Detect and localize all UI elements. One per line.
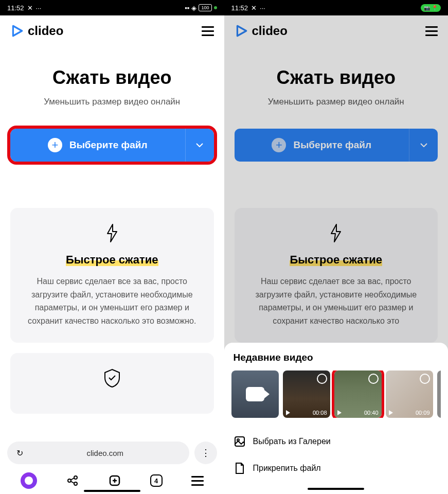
file-picker-sheet: Недавние видео 00:08 00:40 00:09 (224, 343, 449, 494)
camera-thumbnail[interactable] (231, 370, 279, 418)
feature-title: Быстрое сжатие (249, 253, 424, 267)
feature-card: Быстрое сжатие Наш сервис сделает все за… (10, 208, 214, 343)
logo[interactable]: clideo (235, 24, 288, 38)
attach-label: Прикрепить файл (253, 464, 321, 473)
menu-icon[interactable] (425, 26, 438, 36)
plus-icon: + (48, 138, 62, 152)
svg-line-4 (70, 481, 74, 483)
video-thumbnail[interactable]: 00:09 (386, 370, 433, 418)
camera-icon (246, 387, 264, 401)
upload-main[interactable]: + Выберите файл (235, 138, 409, 152)
logo-icon (10, 24, 24, 38)
video-thumbnail[interactable]: 00:40 (334, 370, 382, 418)
select-circle-icon (368, 374, 379, 384)
video-thumbnail[interactable]: 00:08 (283, 370, 330, 418)
main-content: Сжать видео Уменьшить размер видео онлай… (0, 46, 224, 494)
svg-point-2 (74, 482, 77, 485)
browser-hamburger-icon[interactable] (191, 476, 204, 486)
svg-rect-8 (235, 437, 244, 446)
status-bar: 11:52 ✕ ··· ▪▪ ◈ 100 (0, 0, 224, 15)
logo-icon (235, 24, 248, 38)
status-time: 11:52 (231, 4, 248, 12)
duration: 00:08 (313, 410, 327, 416)
battery-icon: 100 (199, 4, 211, 11)
dnd-icon: ✕ (251, 4, 257, 12)
page-subtitle: Уменьшить размер видео онлайн (235, 97, 438, 107)
upload-dropdown[interactable] (409, 129, 438, 162)
chevron-down-icon (420, 143, 427, 147)
file-icon (234, 462, 246, 474)
more-icon: ··· (36, 4, 42, 12)
shield-icon (25, 368, 200, 388)
app-header: clideo (224, 15, 449, 46)
attach-file-option[interactable]: Прикрепить файл (231, 455, 441, 482)
upload-button[interactable]: + Выберите файл (10, 129, 214, 162)
upload-dropdown[interactable] (185, 129, 214, 162)
url-text: clideo.com (30, 449, 180, 457)
upload-button[interactable]: + Выберите файл (235, 129, 438, 162)
logo-text: clideo (28, 24, 63, 38)
feature-title: Быстрое сжатие (25, 253, 200, 267)
play-icon (286, 410, 290, 415)
upload-label: Выберите файл (293, 139, 371, 151)
select-circle-icon (317, 374, 327, 384)
upload-main[interactable]: + Выберите файл (10, 138, 185, 152)
tabs-count[interactable]: 4 (150, 474, 163, 487)
feature-card: Быстрое сжатие Наш сервис сделает все за… (235, 208, 438, 343)
lightning-icon (25, 223, 200, 243)
recent-videos-row: 00:08 00:40 00:09 (231, 370, 441, 418)
app-header: clideo (0, 15, 224, 46)
signal-icon: ▪▪ (185, 4, 189, 12)
new-tab-icon[interactable] (108, 474, 121, 487)
feature-card-2 (10, 353, 214, 414)
choose-gallery-option[interactable]: Выбрать из Галереи (231, 428, 441, 455)
menu-icon[interactable] (202, 26, 214, 36)
url-bar[interactable]: ↻ clideo.com (7, 442, 189, 464)
browser-menu-icon[interactable]: ⋮ (194, 442, 217, 464)
home-indicator (308, 488, 364, 490)
bottom-nav: 4 (0, 467, 224, 494)
gallery-label: Выбрать из Галереи (253, 437, 331, 446)
share-icon[interactable] (66, 474, 79, 487)
play-icon (337, 410, 342, 415)
dnd-icon: ✕ (27, 4, 33, 12)
home-indicator (84, 490, 140, 492)
status-bar: 11:52 ✕ ··· 📷 📍 (224, 0, 449, 15)
select-circle-icon (420, 374, 430, 384)
upload-label: Выберите файл (69, 139, 148, 151)
svg-point-1 (74, 476, 77, 479)
duration: 00:09 (416, 410, 430, 416)
logo[interactable]: clideo (10, 24, 63, 38)
status-pill: 📷 📍 (421, 4, 441, 12)
feature-desc: Наш сервис сделает все за вас, просто за… (249, 275, 424, 327)
page-title: Сжать видео (10, 67, 214, 89)
status-dot-icon (214, 6, 217, 9)
feature-desc: Наш сервис сделает все за вас, просто за… (25, 275, 200, 327)
duration: 00:40 (364, 410, 379, 416)
image-icon (234, 435, 246, 448)
more-icon: ··· (260, 4, 265, 12)
page-title: Сжать видео (235, 67, 438, 89)
assistant-button[interactable] (21, 472, 37, 489)
svg-line-3 (70, 478, 74, 480)
status-time: 11:52 (7, 4, 24, 12)
chevron-down-icon (196, 143, 203, 147)
wifi-icon: ◈ (191, 4, 196, 12)
lightning-icon (249, 223, 424, 243)
video-thumbnail[interactable] (437, 370, 441, 418)
page-subtitle: Уменьшить размер видео онлайн (10, 97, 214, 107)
reload-icon[interactable]: ↻ (16, 448, 23, 458)
browser-bar: ↻ clideo.com ⋮ (0, 438, 224, 467)
play-icon (389, 410, 393, 415)
sheet-title: Недавние видео (231, 352, 441, 363)
logo-text: clideo (252, 24, 288, 38)
plus-icon: + (272, 138, 286, 152)
